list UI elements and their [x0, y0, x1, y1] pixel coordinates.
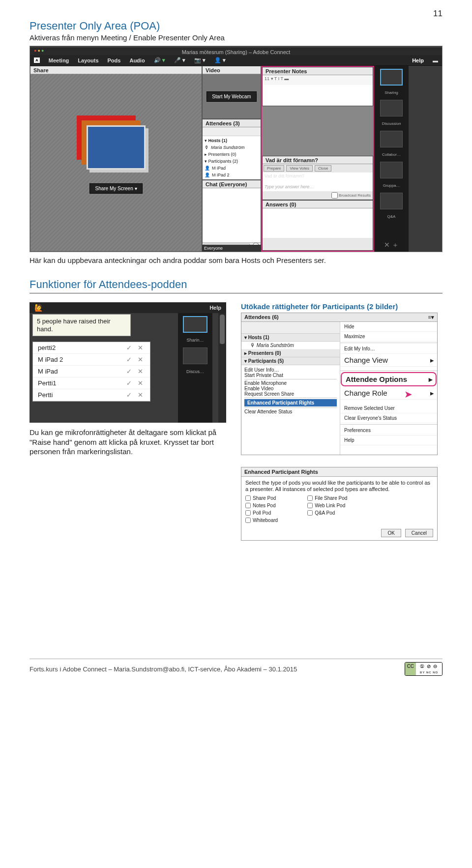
list-item[interactable]: pertti2✓ ✕ — [33, 342, 150, 354]
screenshot-attendee-options: Attendees (6)≡▾ ▾ Hosts (1) 🎙 Maria Sund… — [241, 313, 438, 455]
layout-label: Collabor… — [382, 152, 401, 157]
ctx-remove-user[interactable]: Remove Selected User — [340, 404, 437, 413]
screenshot-raised-hands: 🙋Help 5 people have raised their hand. p… — [30, 302, 226, 423]
chat-pod: Chat (Everyone) 💬 — [202, 180, 261, 252]
dialog-description: Select the type of pods you would like t… — [245, 480, 433, 492]
answers-header: Answers (0) — [263, 201, 373, 208]
arrow-icon: ➤ — [404, 388, 413, 400]
ctx-item[interactable]: Start Private Chat — [244, 373, 337, 378]
status-icon[interactable]: 👤 ▾ — [214, 57, 226, 63]
ctx-maximize[interactable]: Maximize — [340, 332, 437, 342]
everyone-tab[interactable]: Everyone — [202, 245, 261, 252]
list-item[interactable]: Pertti✓ ✕ — [33, 389, 150, 401]
ctx-item[interactable]: Clear Attendee Status — [244, 409, 337, 414]
ctx-help[interactable]: Help — [340, 435, 437, 445]
menu-pods[interactable]: Pods — [108, 58, 121, 63]
mac-traffic-lights: ●●● — [34, 48, 45, 53]
ctx-edit-info[interactable]: Edit My Info… — [340, 344, 437, 354]
list-item[interactable]: M iPad✓ ✕ — [33, 366, 150, 377]
mic-icon[interactable]: 🎤 ▾ — [174, 57, 185, 63]
layout-sharing[interactable] — [380, 69, 403, 86]
share-screen-button[interactable]: Share My Screen ▾ — [89, 183, 142, 194]
start-webcam-button[interactable]: Start My Webcam — [206, 91, 256, 102]
presenter-only-area: Presenter Notes 11 ▾ T I T ▬ Vad är ditt… — [261, 66, 374, 252]
layout-label: Gruppa… — [383, 183, 400, 188]
attendees-pod: Attendees (3) ▾ Hosts (1) 🎙 Maria Sundst… — [202, 119, 261, 180]
checkbox-row[interactable]: Whiteboard — [245, 518, 278, 523]
raise-hand-icon[interactable]: 🙋 — [34, 304, 43, 312]
layout-gruppa[interactable] — [380, 162, 403, 178]
close-button[interactable]: Close — [315, 165, 331, 172]
layout-thumb[interactable] — [183, 316, 207, 333]
ctx-attendee-options[interactable]: Attendee Options — [341, 372, 437, 386]
presenter-notes-pod: Presenter Notes 11 ▾ T I T ▬ — [262, 67, 373, 106]
ctx-item[interactable]: Enable Microphone — [244, 380, 337, 386]
notes-header: Presenter Notes — [263, 67, 373, 75]
minimize-icon[interactable]: ▬ — [433, 58, 438, 63]
broadcast-checkbox[interactable] — [331, 192, 338, 199]
layout-collab[interactable] — [380, 131, 403, 147]
cancel-button[interactable]: Cancel — [405, 529, 433, 537]
attendees-header: Attendees (6) — [244, 314, 279, 320]
layout-label: Discus… — [186, 369, 204, 374]
notes-toolbar[interactable]: 11 ▾ T I T ▬ — [263, 75, 373, 85]
menu-layouts[interactable]: Layouts — [78, 58, 98, 63]
menu-audio[interactable]: Audio — [129, 58, 145, 63]
layout-label: Sharing — [384, 90, 398, 95]
caption-2: Du kan ge mikrofonrättigheter åt deltaga… — [30, 428, 226, 457]
checkbox-row[interactable]: File Share Pod — [307, 495, 347, 501]
close-layout-icon[interactable]: ✕ ＋ — [384, 241, 399, 252]
list-item[interactable]: Pertti1✓ ✕ — [33, 377, 150, 389]
ctx-item[interactable]: Enable Video — [244, 386, 337, 391]
participants-group: ▾ Participants (5) — [241, 357, 340, 365]
ctx-change-role[interactable]: Change Role — [340, 387, 437, 400]
screenshot-main: Marias mötesrum (Sharing) – Adobe Connec… — [30, 46, 442, 252]
participant-row[interactable]: 👤 M iPad 2 — [205, 172, 259, 178]
pod-menu-icon[interactable]: ≡▾ — [428, 314, 434, 320]
poll-question: Vad är ditt förnamn? — [263, 173, 373, 183]
cc-badge: CC① ⊘ ⊝BY NC ND — [405, 662, 442, 676]
video-pod: Video Start My Webcam — [202, 66, 261, 119]
view-votes-button[interactable]: View Votes — [286, 165, 312, 172]
page-number: 11 — [433, 9, 442, 19]
prepare-button[interactable]: Prepare — [264, 165, 284, 172]
blue-heading: Utökade rättigheter för Participants (2 … — [241, 302, 442, 311]
hosts-group: ▾ Hosts (1) — [205, 137, 259, 144]
poll-header: Vad är ditt förnamn? — [263, 156, 373, 164]
layout-thumb[interactable] — [183, 347, 207, 364]
host-row[interactable]: 🎙 Maria Sundström — [241, 342, 340, 349]
ctx-item-highlighted[interactable]: Enhanced Participant Rights — [244, 399, 337, 406]
answers-pod: Answers (0) — [262, 200, 373, 251]
presenters-group: ▸ Presenters (0) — [205, 151, 259, 158]
checkbox-row[interactable]: Poll Pod — [245, 510, 278, 516]
checkbox-row[interactable]: Web Link Pod — [307, 503, 347, 508]
menu-meeting[interactable]: Meeting — [49, 58, 69, 63]
ctx-hide[interactable]: Hide — [340, 322, 437, 332]
participant-row[interactable]: 👤 M iPad — [205, 165, 259, 172]
checkbox-row[interactable]: Q&A Pod — [307, 510, 347, 516]
layout-qa[interactable] — [380, 193, 403, 209]
ctx-clear-status[interactable]: Clear Everyone's Status — [340, 413, 437, 423]
cam-icon[interactable]: 📷 ▾ — [194, 57, 206, 63]
dialog-title: Enhanced Participant Rights — [241, 467, 437, 477]
list-item[interactable]: M iPad 2✓ ✕ — [33, 354, 150, 366]
help-menu[interactable]: Help — [209, 305, 221, 311]
presenters-group: ▸ Presenters (0) — [241, 349, 340, 357]
checkbox-row[interactable]: Share Pod — [245, 495, 278, 501]
checkbox-row[interactable]: Notes Pod — [245, 503, 278, 508]
layout-discussion[interactable] — [380, 100, 403, 116]
ctx-item[interactable]: Request Screen Share — [244, 391, 337, 397]
poll-answer-input[interactable]: Type your answer here… — [263, 183, 373, 191]
ctx-change-view[interactable]: Change View — [340, 354, 437, 367]
scrollbar[interactable] — [218, 313, 226, 423]
menu-help[interactable]: Help — [412, 58, 424, 63]
ctx-item[interactable]: Edit User Info… — [244, 367, 337, 373]
ok-button[interactable]: OK — [381, 529, 401, 537]
ctx-preferences[interactable]: Preferences — [340, 426, 437, 435]
subheading: Aktiveras från menyn Meeting / Enable Pr… — [30, 33, 442, 42]
footer: Forts.kurs i Adobe Connect – Maria.Sunds… — [30, 659, 442, 676]
speaker-icon[interactable]: 🔊 ▾ — [154, 57, 165, 63]
poll-pod: Vad är ditt förnamn? Prepare View Votes … — [262, 156, 373, 200]
chat-header: Chat (Everyone) — [203, 180, 261, 188]
host-row[interactable]: 🎙 Maria Sundström — [205, 144, 259, 151]
